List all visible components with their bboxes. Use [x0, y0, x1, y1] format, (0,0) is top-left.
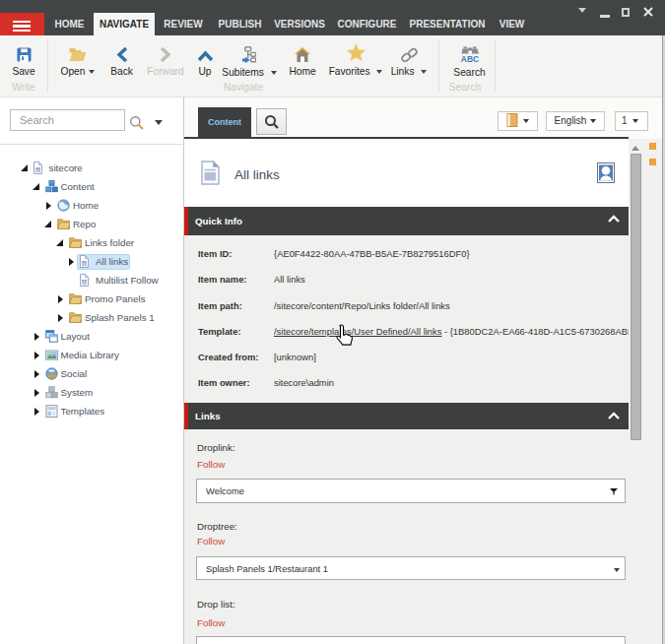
svg-text:ABC: ABC	[460, 54, 478, 64]
